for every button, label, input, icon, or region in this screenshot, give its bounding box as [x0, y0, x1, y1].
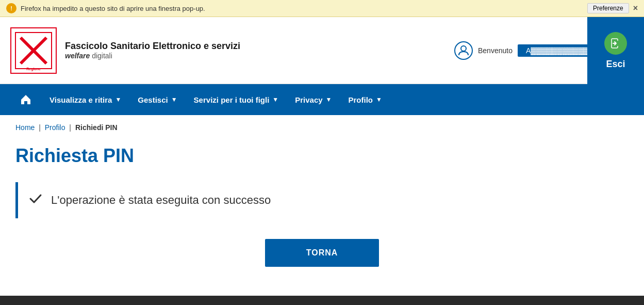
nav-gestisci-chevron: ▼	[171, 96, 177, 103]
svg-point-4	[461, 46, 466, 51]
nav-visualizza-label: Visualizza e ritira	[49, 95, 112, 104]
nav-servizi-label: Servizi per i tuoi figli	[194, 95, 270, 104]
benvenuto-label: Benvenuto	[478, 46, 513, 55]
logo-box: Regione	[10, 27, 57, 74]
header: Regione Fascicolo Sanitario Elettronico …	[0, 17, 644, 84]
nav-profilo-label: Profilo	[348, 95, 373, 104]
preferences-button[interactable]: Preferenze	[587, 3, 629, 13]
nav-privacy-label: Privacy	[295, 95, 322, 104]
exit-icon	[604, 32, 627, 55]
navigation-bar: Visualizza e ritira ▼ Gestisci ▼ Servizi…	[0, 84, 644, 115]
nav-profilo-chevron: ▼	[376, 96, 382, 103]
home-nav-button[interactable]	[10, 84, 41, 115]
logo-subtitle-italic: welfare	[65, 52, 90, 60]
warning-icon: !	[6, 3, 16, 13]
notification-actions: Preferenze ×	[587, 3, 638, 13]
nav-item-profilo[interactable]: Profilo ▼	[340, 84, 390, 115]
exit-button[interactable]: Esci	[587, 17, 644, 84]
nav-item-gestisci[interactable]: Gestisci ▼	[129, 84, 185, 115]
logo-subtitle: welfare digitali	[65, 52, 240, 60]
torna-button[interactable]: TORNA	[265, 239, 379, 267]
notification-text: Firefox ha impedito a questo sito di apr…	[21, 5, 583, 12]
nav-item-visualizza[interactable]: Visualizza e ritira ▼	[41, 84, 129, 115]
exit-label: Esci	[606, 59, 625, 70]
success-box: L'operazione è stata eseguita con succes…	[15, 182, 629, 218]
breadcrumb-profilo[interactable]: Profilo	[45, 123, 65, 132]
notification-bar: ! Firefox ha impedito a questo sito di a…	[0, 0, 644, 17]
logo-image: Regione	[13, 30, 54, 71]
nav-privacy-chevron: ▼	[326, 96, 332, 103]
checkmark-icon	[28, 191, 43, 209]
logo-title: Fascicolo Sanitario Elettronico e serviz…	[65, 41, 240, 52]
breadcrumb: Home | Profilo | Richiedi PIN	[0, 115, 644, 140]
logo-subtitle-rest: digitali	[90, 52, 112, 60]
torna-button-wrapper: TORNA	[15, 239, 629, 267]
breadcrumb-sep-2: |	[69, 123, 71, 132]
main-content: Richiesta PIN L'operazione è stata esegu…	[0, 140, 644, 287]
nav-servizi-chevron: ▼	[272, 96, 278, 103]
svg-text:Regione: Regione	[26, 67, 41, 71]
success-message: L'operazione è stata eseguita con succes…	[51, 194, 271, 207]
breadcrumb-current: Richiedi PIN	[75, 123, 118, 132]
user-icon	[454, 41, 473, 60]
breadcrumb-home[interactable]: Home	[15, 123, 35, 132]
logo-text: Fascicolo Sanitario Elettronico e serviz…	[65, 41, 240, 60]
nav-item-servizi[interactable]: Servizi per i tuoi figli ▼	[186, 84, 287, 115]
page-title: Richiesta PIN	[15, 145, 629, 167]
nav-item-privacy[interactable]: Privacy ▼	[287, 84, 340, 115]
nav-visualizza-chevron: ▼	[115, 96, 121, 103]
nav-gestisci-label: Gestisci	[138, 95, 168, 104]
logo-area: Regione Fascicolo Sanitario Elettronico …	[10, 27, 240, 74]
breadcrumb-sep-1: |	[39, 123, 41, 132]
close-notification-button[interactable]: ×	[633, 4, 638, 13]
